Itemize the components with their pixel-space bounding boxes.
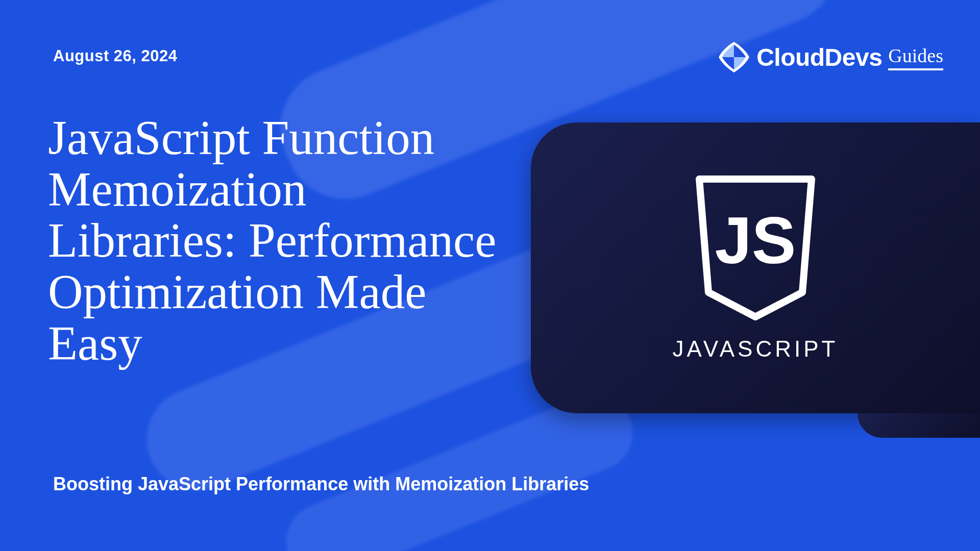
clouddevs-icon: [717, 40, 751, 74]
publish-date: August 26, 2024: [53, 47, 178, 65]
article-title: JavaScript Function Memoization Librarie…: [48, 112, 497, 369]
card-label: JAVASCRIPT: [673, 336, 839, 362]
javascript-shield-icon: JS: [689, 174, 822, 324]
brand-logo: CloudDevs Guides: [717, 40, 943, 74]
brand-suffix: Guides: [888, 44, 943, 70]
brand-name: CloudDevs: [756, 43, 882, 71]
hero-card: JS JAVASCRIPT: [531, 122, 980, 413]
svg-text:JS: JS: [715, 203, 796, 278]
article-subtitle: Boosting JavaScript Performance with Mem…: [53, 473, 589, 495]
